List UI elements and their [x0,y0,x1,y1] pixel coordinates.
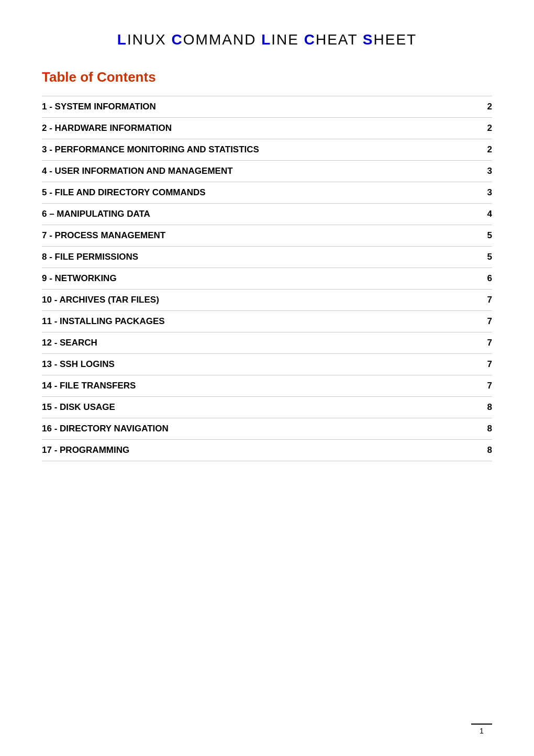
toc-row[interactable]: 11 - INSTALLING PACKAGES7 [42,310,492,332]
toc-item-label: 7 - PROCESS MANAGEMENT [42,230,476,241]
toc-item-label: 17 - PROGRAMMING [42,445,476,455]
toc-item-page: 2 [476,123,492,134]
toc-item-label: 9 - NETWORKING [42,273,476,284]
toc-item-page: 3 [476,187,492,198]
toc-item-label: 1 - SYSTEM INFORMATION [42,102,476,112]
toc-row[interactable]: 16 - DIRECTORY NAVIGATION8 [42,418,492,439]
toc-item-label: 13 - SSH LOGINS [42,359,476,370]
toc-item-label: 10 - ARCHIVES (TAR FILES) [42,295,476,305]
toc-item-page: 6 [476,273,492,284]
toc-item-label: 3 - PERFORMANCE MONITORING AND STATISTIC… [42,144,476,155]
toc-row[interactable]: 3 - PERFORMANCE MONITORING AND STATISTIC… [42,139,492,160]
toc-item-label: 16 - DIRECTORY NAVIGATION [42,424,476,434]
toc-item-label: 4 - USER INFORMATION AND MANAGEMENT [42,166,476,176]
toc-heading: Table of Contents [42,69,492,85]
title-letter-s: S [363,31,374,48]
toc-list: 1 - SYSTEM INFORMATION22 - HARDWARE INFO… [42,96,492,461]
title-letter-l1: L [117,31,127,48]
toc-row[interactable]: 15 - DISK USAGE8 [42,396,492,418]
toc-row[interactable]: 8 - FILE PERMISSIONS5 [42,246,492,268]
toc-item-label: 12 - SEARCH [42,338,476,348]
toc-row[interactable]: 9 - NETWORKING6 [42,268,492,289]
toc-item-page: 8 [476,402,492,413]
toc-item-label: 5 - FILE AND DIRECTORY COMMANDS [42,187,476,198]
toc-item-page: 7 [476,381,492,391]
page: LINUX COMMAND LINE CHEAT SHEET Table of … [0,0,534,756]
title-letter-c2: C [304,31,316,48]
toc-row[interactable]: 12 - SEARCH7 [42,332,492,353]
toc-row[interactable]: 17 - PROGRAMMING8 [42,439,492,461]
title-ommand: OMMAND [183,31,261,48]
toc-item-page: 7 [476,316,492,327]
title-letter-c1: C [172,31,183,48]
toc-row[interactable]: 7 - PROCESS MANAGEMENT5 [42,225,492,246]
toc-item-page: 5 [476,230,492,241]
toc-item-page: 2 [476,102,492,112]
toc-item-label: 6 – MANIPULATING DATA [42,209,476,219]
toc-item-page: 2 [476,144,492,155]
toc-item-label: 11 - INSTALLING PACKAGES [42,316,476,327]
toc-item-page: 7 [476,338,492,348]
toc-item-label: 8 - FILE PERMISSIONS [42,252,476,262]
toc-item-page: 5 [476,252,492,262]
title-linux: INUX [127,31,172,48]
toc-item-page: 4 [476,209,492,219]
toc-row[interactable]: 13 - SSH LOGINS7 [42,353,492,375]
toc-row[interactable]: 14 - FILE TRANSFERS7 [42,375,492,396]
toc-row[interactable]: 1 - SYSTEM INFORMATION2 [42,96,492,117]
toc-item-label: 15 - DISK USAGE [42,402,476,413]
main-title: LINUX COMMAND LINE CHEAT SHEET [42,31,492,48]
toc-row[interactable]: 6 – MANIPULATING DATA4 [42,203,492,225]
toc-item-label: 14 - FILE TRANSFERS [42,381,476,391]
toc-item-page: 8 [476,424,492,434]
toc-row[interactable]: 5 - FILE AND DIRECTORY COMMANDS3 [42,182,492,203]
toc-item-page: 7 [476,359,492,370]
title-heat: HEAT [316,31,363,48]
title-letter-l2: L [261,31,271,48]
toc-item-page: 3 [476,166,492,176]
title-heet: HEET [374,31,417,48]
toc-item-page: 8 [476,445,492,455]
toc-item-page: 7 [476,295,492,305]
title-ine: INE [271,31,304,48]
page-number: 1 [471,724,492,735]
toc-row[interactable]: 2 - HARDWARE INFORMATION2 [42,117,492,139]
toc-row[interactable]: 4 - USER INFORMATION AND MANAGEMENT3 [42,160,492,182]
toc-row[interactable]: 10 - ARCHIVES (TAR FILES)7 [42,289,492,310]
toc-item-label: 2 - HARDWARE INFORMATION [42,123,476,134]
